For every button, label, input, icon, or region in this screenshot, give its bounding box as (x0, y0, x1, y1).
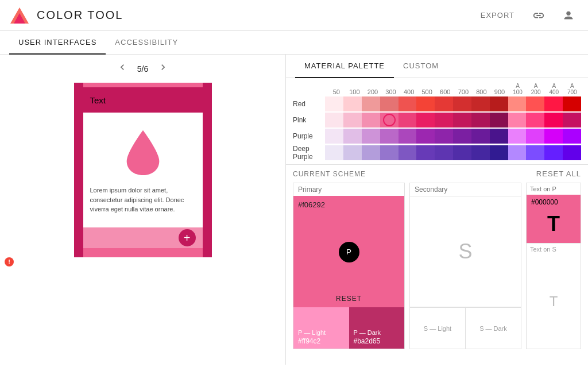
account-button[interactable] (558, 5, 579, 26)
color-cell[interactable] (343, 113, 362, 128)
phone-header-text: Text (90, 95, 106, 105)
primary-dark-label: P — Dark (354, 329, 400, 336)
color-cell[interactable] (325, 96, 343, 111)
primary-light-cell[interactable]: P — Light #ff94c2 (293, 307, 349, 349)
color-cell[interactable] (526, 96, 544, 111)
secondary-card: Secondary S S — Light S — Dark (409, 183, 521, 349)
color-cell[interactable] (343, 129, 362, 144)
color-cell[interactable] (325, 129, 343, 144)
col-header-200: 200 (363, 88, 382, 95)
color-cell[interactable] (453, 129, 471, 144)
tab-custom[interactable]: CUSTOM (394, 55, 448, 78)
color-cell[interactable] (508, 129, 527, 144)
color-cell[interactable] (544, 96, 563, 111)
color-cell[interactable] (453, 145, 471, 160)
color-cell[interactable] (490, 145, 508, 160)
color-cell[interactable] (343, 96, 362, 111)
secondary-sub-row: S — Light S — Dark (410, 307, 521, 349)
secondary-s-letter: S (458, 239, 472, 264)
color-cell[interactable] (325, 145, 343, 160)
primary-p-circle: P (339, 242, 359, 262)
color-cell[interactable] (453, 113, 471, 128)
palette-row-purple: Purple (293, 129, 581, 144)
color-cell[interactable] (399, 145, 417, 160)
color-cell[interactable] (544, 113, 563, 128)
color-cell[interactable] (544, 145, 563, 160)
color-cell[interactable] (416, 96, 435, 111)
color-cell[interactable] (563, 96, 581, 111)
palette-row-deep-purple: Deep Purple (293, 145, 581, 161)
color-cell[interactable] (362, 96, 380, 111)
color-cell[interactable] (490, 96, 508, 111)
col-header-a700: A700 (563, 83, 582, 95)
primary-dark-cell[interactable]: P — Dark #ba2d65 (349, 307, 405, 349)
text-on-s-t-letter: T (550, 293, 558, 310)
text-on-s-t-area: T (527, 254, 581, 349)
color-cell[interactable] (453, 96, 471, 111)
secondary-dark-label[interactable]: S — Dark (466, 308, 521, 349)
color-cell[interactable] (526, 145, 544, 160)
color-cell[interactable] (490, 129, 508, 144)
phone-lorem-text: Lorem ipsum dolor sit amet, consectetur … (90, 186, 196, 214)
color-cell-pink-300-selected[interactable] (380, 113, 399, 128)
color-cell[interactable] (435, 145, 453, 160)
color-cell[interactable] (508, 96, 527, 111)
primary-sub-row: P — Light #ff94c2 P — Dark #ba2d65 (293, 307, 404, 349)
color-cell[interactable] (399, 96, 417, 111)
color-cell[interactable] (508, 113, 527, 128)
link-button[interactable] (528, 5, 549, 26)
phone-content: Lorem ipsum dolor sit amet, consectetur … (83, 113, 203, 227)
scheme-section: CURRENT SCHEME RESET ALL Primary #f06292… (286, 164, 588, 351)
link-icon (532, 9, 545, 22)
row-label-pink: Pink (293, 116, 325, 124)
color-cell[interactable] (471, 145, 490, 160)
tab-user-interfaces[interactable]: USER INTERFACES (9, 31, 106, 55)
scheme-cards: Primary #f06292 P RESET (293, 183, 581, 349)
color-cell[interactable] (526, 113, 544, 128)
color-cell[interactable] (362, 113, 380, 128)
color-cell[interactable] (343, 145, 362, 160)
color-cell[interactable] (435, 96, 453, 111)
color-cell[interactable] (399, 113, 417, 128)
color-cell[interactable] (380, 145, 399, 160)
next-page-button[interactable] (155, 59, 171, 78)
color-cell[interactable] (526, 129, 544, 144)
color-cell[interactable] (471, 96, 490, 111)
tab-accessibility[interactable]: ACCESSIBILITY (106, 31, 187, 55)
text-on-card: Text on P #000000 T Text on S T (526, 183, 581, 349)
reset-all-button[interactable]: RESET ALL (536, 169, 581, 178)
color-cell[interactable] (490, 113, 508, 128)
color-cell[interactable] (380, 96, 399, 111)
export-button[interactable]: EXPORT (476, 7, 519, 23)
col-header-800: 800 (473, 88, 491, 95)
col-header-a400: A400 (545, 83, 563, 95)
color-cell[interactable] (544, 129, 563, 144)
color-cell[interactable] (416, 145, 435, 160)
color-cell[interactable] (362, 145, 380, 160)
color-cell[interactable] (416, 113, 435, 128)
color-cell[interactable] (416, 129, 435, 144)
row-label-purple: Purple (293, 132, 325, 140)
scheme-header: CURRENT SCHEME RESET ALL (293, 169, 581, 178)
fab-button[interactable]: + (179, 229, 196, 246)
color-cell[interactable] (380, 129, 399, 144)
color-cell[interactable] (435, 113, 453, 128)
color-cell[interactable] (325, 113, 343, 128)
col-header-100: 100 (346, 88, 364, 95)
primary-reset-label[interactable]: RESET (298, 295, 400, 305)
prev-page-button[interactable] (114, 59, 130, 78)
color-cell[interactable] (399, 129, 417, 144)
tab-material-palette[interactable]: MATERIAL PALETTE (295, 55, 394, 78)
color-cell[interactable] (563, 129, 581, 144)
color-cell[interactable] (471, 113, 490, 128)
color-cell[interactable] (563, 145, 581, 160)
error-indicator: ! (5, 257, 14, 266)
color-cell[interactable] (435, 129, 453, 144)
color-cell[interactable] (362, 129, 380, 144)
page-indicator: 5/6 (137, 64, 148, 74)
color-cell[interactable] (563, 113, 581, 128)
secondary-light-label[interactable]: S — Light (410, 308, 466, 349)
color-cell[interactable] (471, 129, 490, 144)
color-cell[interactable] (508, 145, 527, 160)
col-header-500: 500 (418, 88, 436, 95)
